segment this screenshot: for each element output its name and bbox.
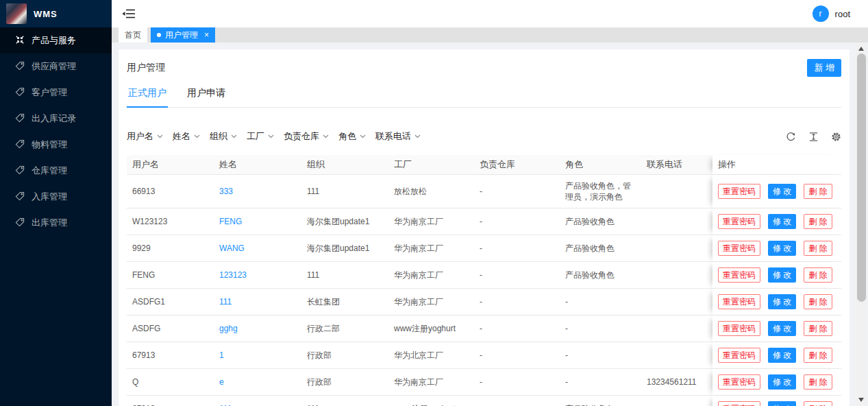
- sidebar-item-inbound-management[interactable]: 入库管理: [0, 184, 112, 210]
- user-name: root: [835, 9, 850, 19]
- cell-phone: [641, 175, 712, 208]
- delete-button[interactable]: 删 除: [804, 374, 832, 390]
- menu-fold-icon[interactable]: [122, 7, 136, 21]
- sidebar-item-label: 出库管理: [32, 217, 67, 229]
- cell-warehouse: -: [474, 315, 560, 342]
- vertical-scrollbar[interactable]: [856, 43, 867, 406]
- sidebar-item-warehouse-management[interactable]: 仓库管理: [0, 158, 112, 184]
- reset-password-button[interactable]: 重置密码: [718, 241, 760, 256]
- refresh-icon[interactable]: [785, 131, 796, 142]
- edit-button[interactable]: 修 改: [768, 214, 796, 229]
- scroll-up-arrow-icon[interactable]: [858, 47, 864, 51]
- app-logo[interactable]: WMS: [0, 0, 112, 27]
- sidebar-item-customer-management[interactable]: 客户管理: [0, 80, 112, 106]
- sidebar-menu: 产品与服务 供应商管理 客户管理 出入库记录: [0, 27, 112, 236]
- tag-icon: [15, 191, 25, 203]
- filter-name[interactable]: 姓名: [173, 130, 200, 143]
- reset-password-button[interactable]: 重置密码: [718, 348, 760, 363]
- reset-password-button[interactable]: 重置密码: [718, 184, 760, 199]
- users-table: 用户名 姓名 组织 工厂 负责仓库 角色 联系电话 操作 66913 333 1…: [127, 155, 841, 406]
- edit-button[interactable]: 修 改: [768, 321, 796, 336]
- cell-actions: 重置密码 修 改 删 除: [712, 315, 841, 342]
- cell-name-link[interactable]: 1: [214, 342, 301, 369]
- reset-password-button[interactable]: 重置密码: [718, 321, 760, 336]
- cell-name-link[interactable]: e: [214, 369, 301, 396]
- filter-bar: 用户名 姓名 组织 工厂 负责仓库: [127, 130, 421, 143]
- cell-actions: 重置密码 修 改 删 除: [712, 289, 841, 315]
- user-menu[interactable]: r root: [813, 5, 850, 22]
- table-row: ASDFG gghg 行政二部 www注册yoghurt - - 重置密码 修 …: [127, 315, 841, 342]
- add-user-button[interactable]: 新 增: [807, 59, 841, 77]
- scrollbar-thumb[interactable]: [857, 53, 866, 302]
- sidebar-item-inout-records[interactable]: 出入库记录: [0, 106, 112, 132]
- filter-organization[interactable]: 组织: [210, 130, 237, 143]
- close-icon[interactable]: ×: [204, 31, 209, 39]
- edit-button[interactable]: 修 改: [768, 374, 796, 390]
- cell-name-link[interactable]: 333: [214, 175, 301, 208]
- cell-phone: [641, 315, 712, 342]
- chevron-down-icon: [194, 134, 200, 139]
- cell-phone: [641, 208, 712, 235]
- nav-tab-home[interactable]: 首页: [119, 27, 147, 43]
- nav-tab-user-management[interactable]: 用户管理 ×: [151, 27, 215, 43]
- delete-button[interactable]: 删 除: [804, 294, 832, 309]
- sidebar-item-supplier-management[interactable]: 供应商管理: [0, 53, 112, 80]
- cell-organization: 海尔集团update1: [301, 208, 388, 235]
- filter-factory[interactable]: 工厂: [247, 130, 274, 143]
- edit-button[interactable]: 修 改: [768, 184, 796, 199]
- cell-factory: 华为南京工厂: [388, 369, 474, 396]
- scroll-down-arrow-icon[interactable]: [858, 398, 864, 402]
- filter-warehouse[interactable]: 负责仓库: [284, 130, 329, 143]
- reset-password-button[interactable]: 重置密码: [718, 267, 760, 283]
- reset-password-button[interactable]: 重置密码: [718, 374, 760, 390]
- cell-role: 产品验收角色，管理员，演示角色: [560, 175, 641, 208]
- table-row: ASDFG1 111 长虹集团 华为南京工厂 - - 重置密码 修 改 删 除: [127, 289, 841, 315]
- cell-name-link[interactable]: 123123: [214, 262, 301, 289]
- column-header-warehouse: 负责仓库: [474, 155, 560, 175]
- cell-organization: 行政部: [301, 342, 388, 369]
- row-height-icon[interactable]: [808, 131, 819, 142]
- cell-factory: www注册yoghurt: [388, 396, 474, 406]
- edit-button[interactable]: 修 改: [768, 241, 796, 256]
- sidebar-item-label: 产品与服务: [32, 34, 76, 47]
- cell-username: Q: [127, 369, 214, 396]
- edit-button[interactable]: 修 改: [768, 267, 796, 283]
- cell-name-link[interactable]: gghg: [214, 315, 301, 342]
- delete-button[interactable]: 删 除: [804, 184, 832, 199]
- cell-name-link[interactable]: WANG: [214, 235, 301, 262]
- reset-password-button[interactable]: 重置密码: [718, 401, 760, 406]
- reset-password-button[interactable]: 重置密码: [718, 214, 760, 229]
- sidebar-item-products-services[interactable]: 产品与服务: [0, 27, 112, 53]
- cell-name-link[interactable]: 111: [214, 396, 301, 406]
- delete-button[interactable]: 删 除: [804, 241, 832, 256]
- tab-user-applications[interactable]: 用户申请: [186, 80, 227, 107]
- delete-button[interactable]: 删 除: [804, 267, 832, 283]
- sidebar-item-material-management[interactable]: 物料管理: [0, 132, 112, 158]
- edit-button[interactable]: 修 改: [768, 401, 796, 406]
- cell-name-link[interactable]: FENG: [214, 208, 301, 235]
- table-body: 66913 333 111 放松放松 - 产品验收角色，管理员，演示角色 重置密…: [127, 175, 841, 406]
- tab-formal-users[interactable]: 正式用户: [127, 80, 168, 107]
- cell-actions: 重置密码 修 改 删 除: [712, 208, 841, 235]
- delete-button[interactable]: 删 除: [804, 401, 832, 406]
- filter-role[interactable]: 角色: [338, 130, 366, 143]
- delete-button[interactable]: 删 除: [804, 214, 832, 229]
- edit-button[interactable]: 修 改: [768, 294, 796, 309]
- cell-organization: 海尔集团update1: [301, 235, 388, 262]
- filter-username[interactable]: 用户名: [127, 130, 163, 143]
- cell-name-link[interactable]: 111: [214, 289, 301, 315]
- cell-factory: 放松放松: [388, 175, 474, 208]
- delete-button[interactable]: 删 除: [804, 321, 832, 336]
- cell-phone: [641, 289, 712, 315]
- delete-button[interactable]: 删 除: [804, 348, 832, 363]
- cell-actions: 重置密码 修 改 删 除: [712, 396, 841, 406]
- filter-phone[interactable]: 联系电话: [375, 130, 421, 143]
- edit-button[interactable]: 修 改: [768, 348, 796, 363]
- reset-password-button[interactable]: 重置密码: [718, 294, 760, 309]
- sidebar-item-label: 入库管理: [32, 191, 67, 203]
- gear-icon[interactable]: [830, 131, 841, 142]
- sidebar-item-outbound-management[interactable]: 出库管理: [0, 210, 112, 236]
- cell-phone: [641, 262, 712, 289]
- tag-icon: [15, 61, 25, 73]
- user-avatar[interactable]: r: [813, 5, 829, 22]
